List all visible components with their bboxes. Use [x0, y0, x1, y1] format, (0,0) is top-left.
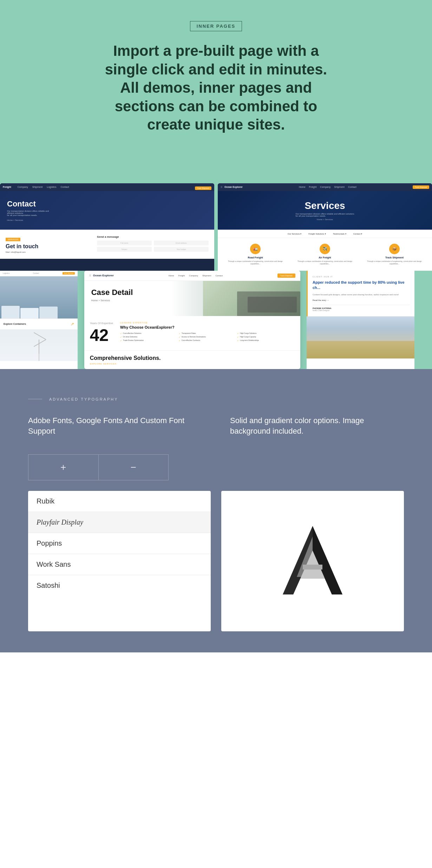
font-name-playfair: Playfair Display: [37, 518, 83, 526]
get-in-touch: Get in touch: [6, 243, 38, 250]
case-hero-left: Case Detail Home > Services: [84, 281, 203, 316]
air-freight-desc: Through a unique combination of engineer…: [293, 260, 357, 265]
font-name-rubik: Rubik: [37, 497, 54, 505]
feature-4: ✓On-time Deliveries: [120, 336, 178, 338]
case-section-label: LEADING EXPERTISE: [120, 322, 295, 324]
typography-col2-title: Solid and gradient color options. Image …: [230, 415, 404, 437]
font-playfair[interactable]: Playfair Display: [28, 512, 211, 533]
case-stat: Years Of Expertise 42: [90, 322, 113, 345]
screenshots-row-2: Logistics Contact Track Shipment Explore…: [0, 271, 432, 369]
case-detail-screenshot: ☰ Ocean Explorer Home Freight Company Sh…: [84, 271, 300, 369]
check-icon-4: ✓: [120, 336, 122, 338]
road-freight-name: Road Freight: [223, 256, 287, 259]
font-work-sans[interactable]: Work Sans: [28, 554, 211, 575]
check-icon-2: ✓: [179, 332, 181, 335]
sc-logo: Freight: [3, 186, 11, 188]
testimonial-title: Apper reduced the support time by 80% us…: [313, 280, 410, 291]
services-track-btn[interactable]: Track Shipment: [413, 185, 429, 189]
case-features: ✓Cost-effective Solutions ✓Transparent R…: [120, 332, 295, 342]
case-nav: ☰ Ocean Explorer Home Freight Company Sh…: [84, 271, 300, 281]
case-body: Years Of Expertise 42 LEADING EXPERTISE …: [84, 316, 300, 350]
case-nav-logo: Ocean Explorer: [93, 274, 114, 277]
services-breadcrumb: Home > Services: [317, 218, 333, 221]
services-screenshot: ☰ Ocean Explorer Home Freight Company Sh…: [218, 183, 432, 271]
road-freight-desc: Through a unique combination of engineer…: [223, 260, 287, 265]
email-input[interactable]: Email address: [154, 241, 209, 245]
form-title: Send a message: [97, 235, 209, 238]
inner-pages-badge: INNER PAGES: [190, 21, 242, 31]
contact-title: Contact: [7, 199, 56, 209]
explore-containers-label: Explore Containers: [4, 323, 26, 325]
feature-9: ✓Long-term Relationships: [237, 339, 295, 342]
font-poppins[interactable]: Poppins: [28, 533, 211, 554]
typography-controls: + −: [28, 454, 169, 480]
testimonial-card: CLIENT: HUB IT Apper reduced the support…: [307, 271, 415, 317]
contact-breadcrumb: Home > Services: [7, 219, 56, 221]
testimonial-client: CLIENT: HUB IT: [313, 276, 410, 278]
stat-label: Years Of Expertise: [90, 322, 113, 325]
track-shipment-icon: 📦: [389, 244, 400, 254]
svg-marker-4: [313, 526, 342, 594]
font-name-work-sans: Work Sans: [37, 560, 71, 568]
case-why-section: LEADING EXPERTISE Why Choose OceanExplor…: [120, 322, 295, 345]
case-why-title: Why Choose OceanExplorer?: [120, 325, 295, 329]
stat-number: 42: [90, 326, 113, 345]
feature-8: ✓Cost-effective Contracts: [179, 339, 236, 342]
check-icon-9: ✓: [237, 339, 239, 342]
screenshots-row-1: Freight Company Shipment Logistics Conta…: [0, 183, 432, 271]
check-icon-1: ✓: [120, 332, 122, 335]
typography-cols: Adobe Fonts, Google Fonts And Custom Fon…: [28, 415, 404, 437]
feature-6: ✓High Cargo Capacity: [237, 336, 295, 338]
font-size-increase[interactable]: +: [28, 455, 99, 480]
letter-a-svg: [277, 522, 348, 600]
check-icon-5: ✓: [179, 336, 181, 338]
hero-title: Import a pre-built page with a single cl…: [97, 42, 335, 134]
case-track-btn[interactable]: Track Shipment: [277, 274, 295, 278]
check-icon-7: ✓: [120, 339, 122, 342]
font-name-poppins: Poppins: [37, 539, 62, 547]
font-satoshi[interactable]: Satoshi: [28, 575, 211, 596]
case-solutions: Comprehensive Solutions. EXPLORE SERVICE…: [84, 350, 300, 369]
track-shipment-btn[interactable]: Track Shipment: [195, 186, 211, 190]
testimonial-body: Content focused grid designs, utilise so…: [313, 293, 410, 296]
feature-7: ✓Trade Routes Optimization: [120, 339, 178, 342]
font-size-decrease[interactable]: −: [99, 455, 169, 480]
full-name-input[interactable]: Full name: [97, 241, 152, 245]
font-name-satoshi: Satoshi: [37, 581, 60, 589]
air-freight-card: ✈️ Air Freight Through a unique combinat…: [293, 244, 357, 265]
typography-col-2: Solid and gradient color options. Image …: [230, 415, 404, 437]
explore-arrow-icon: ↗: [71, 322, 74, 327]
contact-screenshot: Freight Company Shipment Logistics Conta…: [0, 183, 214, 271]
services-cards: 🚛 Road Freight Through a unique combinat…: [218, 238, 432, 271]
services-title: Services: [305, 200, 345, 211]
road-freight-card: 🚛 Road Freight Through a unique combinat…: [223, 244, 287, 265]
typography-section: ADVANCED TYPOGRAPHY Adobe Fonts, Google …: [0, 369, 432, 653]
services-badge: SERVICES: [6, 238, 20, 241]
plus-icon: +: [60, 462, 66, 473]
services-nav: Our Services ▾ Freight Solutions ▾ Testi…: [218, 230, 432, 238]
typography-label: ADVANCED TYPOGRAPHY: [28, 397, 404, 401]
sc-nav: Company Shipment Logistics Contact: [18, 186, 69, 188]
typography-col-1: Adobe Fonts, Google Fonts And Custom Fon…: [28, 415, 202, 437]
air-freight-icon: ✈️: [320, 244, 330, 254]
check-icon-8: ✓: [179, 339, 181, 342]
case-breadcrumb: Home > Services: [91, 299, 196, 302]
feature-2: ✓Transparent Rates: [179, 332, 236, 335]
testimonial-author: PHOEBE KATRINA Netflix Chief Designer: [313, 305, 410, 311]
track-shipment-desc: Through a unique combination of engineer…: [362, 260, 426, 265]
feature-1: ✓Cost-effective Solutions: [120, 332, 178, 335]
contact-subtitle: Our transportation division offers relia…: [7, 210, 56, 216]
testimonial-link[interactable]: Read the story →: [313, 299, 410, 301]
case-nav-items: Home Freight Company Shipment Contact: [169, 275, 223, 277]
top-section: INNER PAGES Import a pre-built page with…: [0, 0, 432, 183]
budget-input[interactable]: Your budget: [154, 247, 209, 252]
letter-a-card: [221, 491, 404, 631]
feature-5: ✓Access to Remote Destinations: [179, 336, 236, 338]
trucks-screenshot: Logistics Contact Track Shipment Explore…: [0, 271, 78, 369]
case-hero-image: [203, 281, 300, 316]
font-rubik[interactable]: Rubik: [28, 491, 211, 512]
svg-rect-6: [303, 565, 322, 570]
subject-input[interactable]: Subject: [97, 247, 152, 252]
check-icon-3: ✓: [237, 332, 239, 335]
services-subtitle: Our transportation division offers relia…: [296, 213, 354, 217]
